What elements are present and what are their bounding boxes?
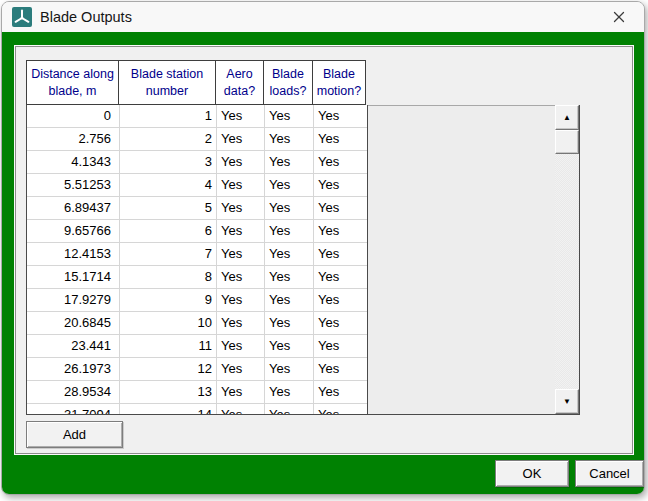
- close-button[interactable]: [602, 3, 636, 31]
- cell-blade-motion[interactable]: Yes: [314, 128, 367, 151]
- vertical-scrollbar[interactable]: ▲ ▼: [555, 105, 579, 414]
- cell-blade-motion[interactable]: Yes: [314, 174, 367, 197]
- blade-outputs-dialog: Blade Outputs Distance along blade, m Bl…: [1, 1, 645, 495]
- cell-distance[interactable]: 31.7094: [27, 404, 120, 414]
- cell-aero-data[interactable]: Yes: [217, 174, 265, 197]
- cell-aero-data[interactable]: Yes: [217, 243, 265, 266]
- table-row[interactable]: 5.51253 4 Yes Yes Yes: [27, 174, 367, 197]
- cell-distance[interactable]: 9.65766: [27, 220, 120, 243]
- add-button[interactable]: Add: [26, 421, 123, 448]
- cell-blade-motion[interactable]: Yes: [314, 381, 367, 404]
- scrollbar-thumb[interactable]: [555, 130, 579, 154]
- dialog-body: Distance along blade, m Blade station nu…: [2, 32, 645, 495]
- grid-empty-area: [367, 105, 555, 414]
- cell-blade-loads[interactable]: Yes: [265, 220, 314, 243]
- cell-distance[interactable]: 4.1343: [27, 151, 120, 174]
- cell-distance[interactable]: 2.756: [27, 128, 120, 151]
- wind-turbine-icon: [12, 7, 32, 27]
- cell-blade-motion[interactable]: Yes: [314, 220, 367, 243]
- cell-blade-loads[interactable]: Yes: [265, 266, 314, 289]
- table-row[interactable]: 4.1343 3 Yes Yes Yes: [27, 151, 367, 174]
- cell-station-number[interactable]: 5: [120, 197, 217, 220]
- cell-blade-motion[interactable]: Yes: [314, 243, 367, 266]
- cell-distance[interactable]: 12.4153: [27, 243, 120, 266]
- scroll-down-button[interactable]: ▼: [555, 389, 579, 414]
- cell-aero-data[interactable]: Yes: [217, 266, 265, 289]
- cell-blade-motion[interactable]: Yes: [314, 404, 367, 414]
- cell-aero-data[interactable]: Yes: [217, 335, 265, 358]
- cell-station-number[interactable]: 8: [120, 266, 217, 289]
- cell-distance[interactable]: 0: [27, 105, 120, 128]
- header-blade-loads: Blade loads?: [264, 60, 313, 105]
- cell-blade-loads[interactable]: Yes: [265, 197, 314, 220]
- table-row[interactable]: 2.756 2 Yes Yes Yes: [27, 128, 367, 151]
- table-row[interactable]: 20.6845 10 Yes Yes Yes: [27, 312, 367, 335]
- cell-station-number[interactable]: 6: [120, 220, 217, 243]
- table-row[interactable]: 6.89437 5 Yes Yes Yes: [27, 197, 367, 220]
- cell-blade-motion[interactable]: Yes: [314, 312, 367, 335]
- cell-aero-data[interactable]: Yes: [217, 197, 265, 220]
- cell-station-number[interactable]: 13: [120, 381, 217, 404]
- cell-aero-data[interactable]: Yes: [217, 358, 265, 381]
- cancel-button[interactable]: Cancel: [575, 460, 644, 487]
- table-row[interactable]: 12.4153 7 Yes Yes Yes: [27, 243, 367, 266]
- cell-aero-data[interactable]: Yes: [217, 105, 265, 128]
- cell-station-number[interactable]: 1: [120, 105, 217, 128]
- table-row[interactable]: 26.1973 12 Yes Yes Yes: [27, 358, 367, 381]
- cell-distance[interactable]: 26.1973: [27, 358, 120, 381]
- cell-blade-loads[interactable]: Yes: [265, 289, 314, 312]
- cell-aero-data[interactable]: Yes: [217, 289, 265, 312]
- cell-distance[interactable]: 28.9534: [27, 381, 120, 404]
- cell-blade-loads[interactable]: Yes: [265, 358, 314, 381]
- cell-blade-loads[interactable]: Yes: [265, 312, 314, 335]
- cell-blade-motion[interactable]: Yes: [314, 151, 367, 174]
- cell-station-number[interactable]: 3: [120, 151, 217, 174]
- cell-station-number[interactable]: 12: [120, 358, 217, 381]
- cell-station-number[interactable]: 11: [120, 335, 217, 358]
- header-station-number: Blade station number: [119, 60, 216, 105]
- cell-blade-motion[interactable]: Yes: [314, 289, 367, 312]
- cell-blade-loads[interactable]: Yes: [265, 105, 314, 128]
- cell-blade-motion[interactable]: Yes: [314, 358, 367, 381]
- table-row[interactable]: 28.9534 13 Yes Yes Yes: [27, 381, 367, 404]
- cell-blade-loads[interactable]: Yes: [265, 128, 314, 151]
- ok-button[interactable]: OK: [495, 460, 569, 487]
- cell-distance[interactable]: 20.6845: [27, 312, 120, 335]
- cell-aero-data[interactable]: Yes: [217, 381, 265, 404]
- cell-distance[interactable]: 5.51253: [27, 174, 120, 197]
- cell-blade-motion[interactable]: Yes: [314, 266, 367, 289]
- cell-blade-motion[interactable]: Yes: [314, 335, 367, 358]
- cell-blade-loads[interactable]: Yes: [265, 404, 314, 414]
- table-row[interactable]: 23.441 11 Yes Yes Yes: [27, 335, 367, 358]
- cell-aero-data[interactable]: Yes: [217, 404, 265, 414]
- content-panel: Distance along blade, m Blade station nu…: [15, 46, 633, 454]
- cell-distance[interactable]: 17.9279: [27, 289, 120, 312]
- cell-station-number[interactable]: 10: [120, 312, 217, 335]
- cell-blade-loads[interactable]: Yes: [265, 151, 314, 174]
- scroll-up-button[interactable]: ▲: [555, 105, 579, 130]
- cell-blade-loads[interactable]: Yes: [265, 174, 314, 197]
- cell-distance[interactable]: 23.441: [27, 335, 120, 358]
- cell-blade-loads[interactable]: Yes: [265, 381, 314, 404]
- table-row[interactable]: 31.7094 14 Yes Yes Yes: [27, 404, 367, 414]
- cell-blade-motion[interactable]: Yes: [314, 197, 367, 220]
- cell-aero-data[interactable]: Yes: [217, 312, 265, 335]
- cell-blade-motion[interactable]: Yes: [314, 105, 367, 128]
- cell-station-number[interactable]: 9: [120, 289, 217, 312]
- cell-station-number[interactable]: 14: [120, 404, 217, 414]
- table-row[interactable]: 0 1 Yes Yes Yes: [27, 105, 367, 128]
- cell-station-number[interactable]: 2: [120, 128, 217, 151]
- cell-aero-data[interactable]: Yes: [217, 220, 265, 243]
- cell-distance[interactable]: 15.1714: [27, 266, 120, 289]
- cell-blade-loads[interactable]: Yes: [265, 335, 314, 358]
- cell-distance[interactable]: 6.89437: [27, 197, 120, 220]
- table-row[interactable]: 15.1714 8 Yes Yes Yes: [27, 266, 367, 289]
- cell-station-number[interactable]: 4: [120, 174, 217, 197]
- cell-aero-data[interactable]: Yes: [217, 128, 265, 151]
- table-row[interactable]: 9.65766 6 Yes Yes Yes: [27, 220, 367, 243]
- cell-aero-data[interactable]: Yes: [217, 151, 265, 174]
- table-row[interactable]: 17.9279 9 Yes Yes Yes: [27, 289, 367, 312]
- scroll-down-icon: ▼: [563, 397, 571, 406]
- cell-station-number[interactable]: 7: [120, 243, 217, 266]
- cell-blade-loads[interactable]: Yes: [265, 243, 314, 266]
